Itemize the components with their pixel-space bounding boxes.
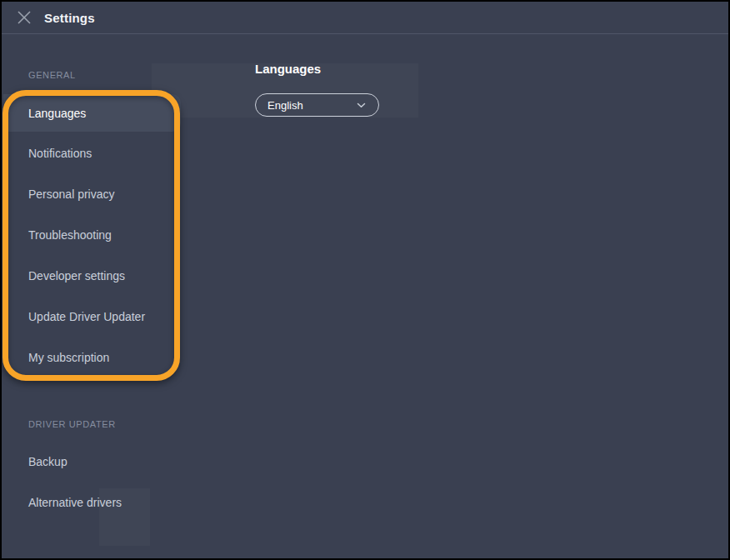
chevron-down-icon [357, 102, 366, 108]
sidebar-item-label: Personal privacy [28, 188, 115, 201]
sidebar-item-label: Update Driver Updater [28, 310, 145, 323]
sidebar-item-label: Backup [28, 455, 68, 468]
sidebar-item-label: Alternative drivers [28, 496, 122, 509]
sidebar-item-label: Developer settings [28, 269, 125, 282]
language-dropdown-value: English [268, 99, 303, 112]
sidebar-item-notifications[interactable]: Notifications [3, 134, 181, 172]
sidebar-item-label: My subscription [28, 351, 109, 364]
sidebar-section-general: GENERAL [28, 70, 76, 80]
sidebar-item-update-driver-updater[interactable]: Update Driver Updater [3, 298, 181, 335]
sidebar-item-troubleshooting[interactable]: Troubleshooting [3, 216, 181, 253]
sidebar-item-backup[interactable]: Backup [3, 442, 181, 480]
sidebar-item-personal-privacy[interactable]: Personal privacy [3, 175, 181, 212]
sidebar-item-label: Notifications [28, 147, 92, 160]
settings-window: Settings GENERAL Languages Notifications… [0, 0, 730, 560]
sidebar-section-driver-updater: DRIVER UPDATER [28, 419, 116, 429]
window-title: Settings [44, 11, 95, 25]
sidebar-item-label: Languages [28, 107, 86, 120]
sidebar-item-languages[interactable]: Languages [3, 94, 181, 132]
titlebar: Settings [2, 2, 728, 34]
page-title: Languages [255, 62, 321, 76]
language-dropdown[interactable]: English [255, 93, 379, 117]
sidebar-item-label: Troubleshooting [28, 228, 112, 242]
sidebar-item-alternative-drivers[interactable]: Alternative drivers [3, 483, 181, 521]
close-button[interactable] [14, 8, 34, 28]
sidebar-item-developer-settings[interactable]: Developer settings [3, 257, 181, 294]
close-icon [17, 10, 32, 25]
sidebar-item-my-subscription[interactable]: My subscription [3, 338, 181, 376]
